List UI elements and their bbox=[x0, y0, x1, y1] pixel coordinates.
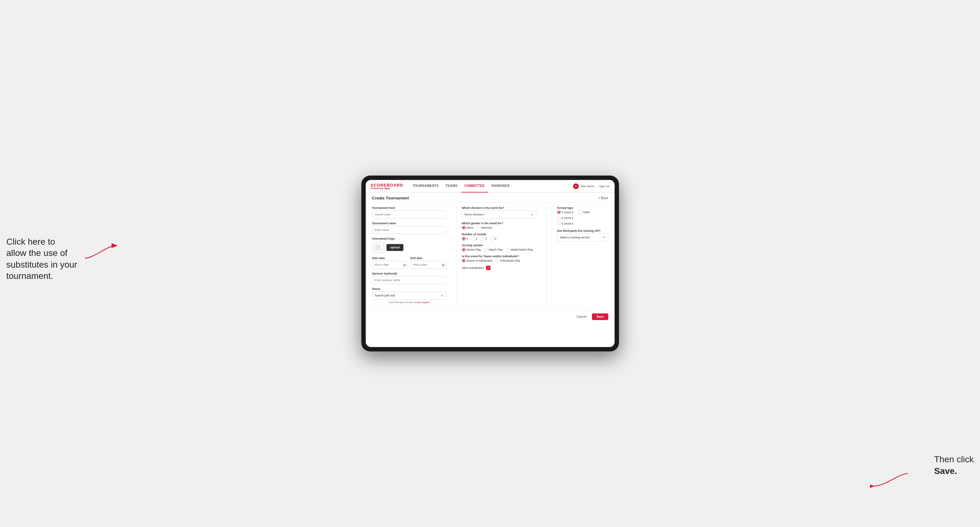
format-6count4[interactable]: 6 count 4 bbox=[557, 216, 608, 220]
venue-label: Venue bbox=[372, 287, 447, 290]
logo-powered: Powered by clippd bbox=[371, 187, 403, 189]
page-footer: Cancel Save bbox=[366, 311, 614, 322]
end-date-label: End date bbox=[410, 257, 447, 260]
end-date-group: End date ▦ bbox=[410, 257, 447, 269]
email-support-link[interactable]: email support bbox=[414, 301, 430, 304]
gender-mens[interactable]: Mens bbox=[462, 226, 474, 230]
annotation-left: Click here to allow the use of substitut… bbox=[6, 236, 77, 282]
format-6count5-radio[interactable] bbox=[557, 222, 561, 225]
format-6count4-radio[interactable] bbox=[557, 216, 561, 220]
cancel-button[interactable]: Cancel bbox=[573, 313, 589, 320]
nav-item-committee[interactable]: COMMITTEE bbox=[461, 180, 488, 192]
sponsor-label: Sponsor (optional) bbox=[372, 272, 447, 275]
logo-upload-area: Upload bbox=[372, 241, 447, 254]
sponsor-group: Sponsor (optional) bbox=[372, 272, 447, 284]
start-date-group: Start date ▦ bbox=[372, 257, 408, 269]
division-group: Which division is the event for? NCAA Di… bbox=[462, 206, 536, 219]
logo-scoreboard: SCOREBOARD bbox=[371, 183, 403, 187]
start-date-wrapper: ▦ bbox=[372, 261, 408, 269]
svg-point-2 bbox=[377, 246, 377, 247]
rounds-1[interactable]: 1 bbox=[462, 237, 468, 241]
logo-preview bbox=[372, 241, 384, 254]
event-individuals-radio[interactable] bbox=[495, 259, 499, 263]
rounds-1-radio[interactable] bbox=[462, 237, 466, 241]
rounds-radio-group: 1 2 3 4 bbox=[462, 237, 536, 241]
event-type-group: Is this event for Teams and/or Individua… bbox=[462, 255, 536, 263]
division-select[interactable]: NCAA Division I bbox=[462, 210, 536, 219]
col-divider-1 bbox=[457, 206, 457, 307]
venue-help: Can't find your venue? email support bbox=[372, 301, 447, 304]
gender-label: Which gender is the event for? bbox=[462, 222, 536, 225]
format-type-group: Format type 5 count 4 Other bbox=[557, 206, 608, 225]
tablet-screen: SCOREBOARD Powered by clippd TOURNAMENTS… bbox=[366, 180, 614, 347]
rounds-3-radio[interactable] bbox=[481, 237, 485, 241]
scoring-system-label: Scoring system bbox=[462, 244, 536, 247]
gender-radio-group: Mens Womens bbox=[462, 226, 536, 230]
save-button[interactable]: Save bbox=[592, 313, 608, 320]
nav-item-teams[interactable]: TEAMS bbox=[443, 180, 461, 192]
tournament-logo-group: Tournament logo Upload bbox=[372, 237, 447, 254]
scoring-match-radio[interactable] bbox=[484, 248, 488, 252]
scoring-system-group: Scoring system Stroke Play Match Play bbox=[462, 244, 536, 252]
user-name: blair admin bbox=[581, 185, 595, 188]
gender-mens-radio[interactable] bbox=[462, 226, 466, 230]
tournament-name-input[interactable] bbox=[372, 226, 447, 234]
scoring-stroke-radio[interactable] bbox=[462, 248, 466, 252]
tournament-name-label: Tournament name bbox=[372, 222, 447, 225]
rounds-2-radio[interactable] bbox=[471, 237, 475, 241]
division-label: Which division is the event for? bbox=[462, 206, 536, 210]
sponsor-input[interactable] bbox=[372, 276, 447, 284]
back-link[interactable]: < Back bbox=[598, 196, 608, 200]
format-other[interactable]: Other bbox=[578, 210, 590, 214]
upload-button[interactable]: Upload bbox=[387, 244, 404, 251]
logo-area: SCOREBOARD Powered by clippd bbox=[371, 183, 403, 189]
rounds-3[interactable]: 3 bbox=[481, 237, 487, 241]
rounds-4-radio[interactable] bbox=[490, 237, 494, 241]
format-other-radio[interactable] bbox=[578, 210, 582, 214]
nav-item-tournaments[interactable]: TOURNAMENTS bbox=[409, 180, 442, 192]
scoring-match[interactable]: Match Play bbox=[484, 248, 503, 252]
event-type-radio-group: Teams (+Individuals) Individuals Only bbox=[462, 259, 536, 263]
form-col-right: Format type 5 count 4 Other bbox=[552, 206, 608, 307]
venue-group: Venue Search golf club Can't find your v… bbox=[372, 287, 447, 304]
event-type-individuals[interactable]: Individuals Only bbox=[495, 259, 520, 263]
rounds-4[interactable]: 4 bbox=[490, 237, 496, 241]
scoring-service-group: Use third-party live scoring API? Select… bbox=[557, 229, 608, 241]
format-type-label: Format type bbox=[557, 206, 608, 210]
scoring-stroke[interactable]: Stroke Play bbox=[462, 248, 481, 252]
form-area: Tournament Host Tournament name Tourname… bbox=[366, 203, 614, 311]
format-5count4-radio[interactable] bbox=[557, 210, 561, 214]
scoring-service-select[interactable]: Select a scoring service bbox=[557, 233, 608, 241]
event-type-label: Is this event for Teams and/or Individua… bbox=[462, 255, 536, 258]
scoring-radio-group: Stroke Play Match Play Medal Match Play bbox=[462, 248, 536, 252]
substitutes-row: Allow substitutes? bbox=[462, 266, 536, 270]
rounds-label: Number of rounds bbox=[462, 233, 536, 236]
sign-out-link[interactable]: Sign out bbox=[599, 185, 609, 188]
gender-womens-radio[interactable] bbox=[477, 226, 480, 230]
substitutes-checkbox[interactable] bbox=[486, 266, 490, 270]
nav-item-rankings[interactable]: RANKINGS bbox=[488, 180, 513, 192]
format-5count4[interactable]: 5 count 4 bbox=[557, 210, 573, 214]
gender-group: Which gender is the event for? Mens Wome… bbox=[462, 222, 536, 230]
avatar: B bbox=[573, 183, 579, 189]
start-date-input[interactable] bbox=[372, 261, 408, 269]
tournament-host-label: Tournament Host bbox=[372, 206, 447, 210]
scoring-medal-radio[interactable] bbox=[506, 248, 510, 252]
venue-select[interactable]: Search golf club bbox=[372, 292, 447, 300]
event-type-teams[interactable]: Teams (+Individuals) bbox=[462, 259, 493, 263]
form-col-left: Tournament Host Tournament name Tourname… bbox=[372, 206, 452, 307]
tournament-name-group: Tournament name bbox=[372, 222, 447, 234]
format-6count5[interactable]: 6 count 5 bbox=[557, 222, 608, 225]
tournament-host-group: Tournament Host bbox=[372, 206, 447, 219]
annotation-right: Then click Save. bbox=[934, 454, 974, 477]
nav-user: B blair admin | Sign out bbox=[573, 183, 609, 189]
gender-womens[interactable]: Womens bbox=[477, 226, 492, 230]
form-col-middle: Which division is the event for? NCAA Di… bbox=[462, 206, 541, 307]
end-date-input[interactable] bbox=[410, 261, 447, 269]
event-teams-radio[interactable] bbox=[462, 259, 466, 263]
substitutes-label: Allow substitutes? bbox=[462, 266, 485, 270]
scoring-medal-match[interactable]: Medal Match Play bbox=[506, 248, 533, 252]
tournament-host-input[interactable] bbox=[372, 210, 447, 219]
navbar: SCOREBOARD Powered by clippd TOURNAMENTS… bbox=[366, 180, 614, 192]
rounds-2[interactable]: 2 bbox=[471, 237, 477, 241]
